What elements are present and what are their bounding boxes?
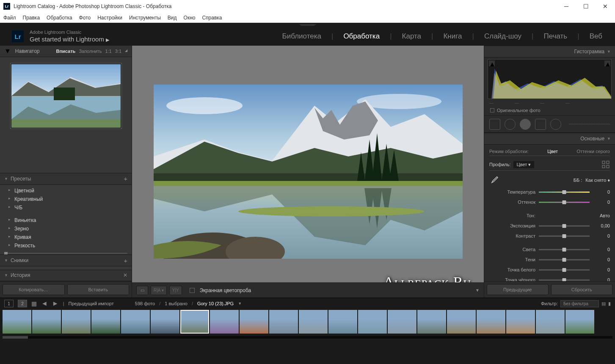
- eyedropper-icon[interactable]: [489, 175, 499, 185]
- menu-edit[interactable]: Правка: [23, 15, 40, 21]
- zoom-fit[interactable]: Вписать: [56, 49, 76, 54]
- module-map[interactable]: Карта: [401, 32, 422, 41]
- exposure-value[interactable]: 0,00: [593, 223, 610, 228]
- highlight-clip-icon[interactable]: ▲: [604, 60, 610, 66]
- window-maximize-button[interactable]: ☐: [576, 0, 596, 13]
- original-checkbox[interactable]: [490, 108, 494, 112]
- crop-tool-icon[interactable]: [489, 119, 500, 130]
- filmstrip-thumb[interactable]: 7: [180, 310, 209, 334]
- top-panel-grip[interactable]: [0, 23, 615, 27]
- menu-photo[interactable]: Фото: [79, 15, 91, 21]
- temp-slider[interactable]: [539, 192, 590, 193]
- menu-settings[interactable]: Настройки: [97, 15, 122, 21]
- softproof-checkbox[interactable]: [190, 288, 195, 293]
- preset-folder[interactable]: Цветной: [0, 186, 132, 195]
- filmstrip-thumb[interactable]: 17: [477, 310, 505, 334]
- filmstrip-thumb[interactable]: 5: [121, 310, 150, 334]
- shadows-value[interactable]: 0: [593, 257, 610, 262]
- filmstrip-thumb[interactable]: 3: [62, 310, 91, 334]
- profile-browser-icon[interactable]: [601, 160, 610, 169]
- spot-tool-icon[interactable]: [505, 119, 516, 130]
- clear-history-icon[interactable]: ✕: [123, 272, 127, 278]
- histogram-graph[interactable]: ▲ ▲: [488, 59, 612, 99]
- filmstrip-thumb[interactable]: 16: [447, 310, 476, 334]
- treatment-bw[interactable]: Оттенки серого: [577, 149, 610, 154]
- filmstrip-thumb[interactable]: 19: [536, 310, 565, 334]
- filmstrip-thumb[interactable]: 10: [269, 310, 298, 334]
- source-label[interactable]: Предыдущий импорт: [69, 301, 114, 306]
- filmstrip-thumb[interactable]: 6: [151, 310, 179, 334]
- preset-folder[interactable]: Резкость: [0, 241, 132, 250]
- mask-amount-slider[interactable]: [569, 124, 610, 124]
- primary-display-button[interactable]: 1: [4, 300, 14, 307]
- navigator-preview[interactable]: [0, 57, 132, 173]
- wb-dropdown[interactable]: Как снято ♦: [585, 178, 610, 183]
- preset-folder[interactable]: Креативный: [0, 195, 132, 203]
- previous-button[interactable]: Предыдущие: [487, 284, 549, 295]
- menu-window[interactable]: Окно: [184, 15, 196, 21]
- filmstrip-thumbnails[interactable]: 1234567891011121314151617181920: [0, 309, 615, 336]
- paste-settings-button[interactable]: Вставить: [67, 284, 130, 295]
- menu-view[interactable]: Вид: [168, 15, 177, 21]
- before-after-button[interactable]: R|A ▾: [151, 286, 167, 295]
- zoom-3to1[interactable]: 3:1: [115, 49, 121, 54]
- preset-folder[interactable]: Зерно: [0, 224, 132, 233]
- window-minimize-button[interactable]: ─: [557, 0, 576, 13]
- filmstrip-thumb[interactable]: 12: [328, 310, 357, 334]
- filmstrip-thumb[interactable]: 1: [3, 310, 31, 334]
- filmstrip-thumb[interactable]: 14: [388, 310, 416, 334]
- blacks-slider[interactable]: [539, 279, 590, 281]
- zoom-1to1[interactable]: 1:1: [105, 49, 111, 54]
- menu-help[interactable]: Справка: [202, 15, 222, 21]
- filmstrip-thumb[interactable]: 8: [210, 310, 239, 334]
- blacks-value[interactable]: 0: [593, 277, 610, 281]
- window-close-button[interactable]: ✕: [596, 0, 615, 13]
- preset-folder[interactable]: Виньетка: [0, 216, 132, 224]
- temp-value[interactable]: 0: [593, 189, 610, 194]
- navigator-header[interactable]: ▼ Навигатор Вписать Заполнить 1:1 3:1 ◢: [0, 46, 132, 57]
- filmstrip-thumb[interactable]: 2: [32, 310, 61, 334]
- module-develop[interactable]: Обработка: [342, 32, 381, 41]
- module-book[interactable]: Книга: [442, 32, 463, 41]
- zoom-fill[interactable]: Заполнить: [79, 49, 102, 54]
- contrast-value[interactable]: 0: [593, 233, 610, 238]
- presets-header[interactable]: ▼ Пресеты +: [0, 173, 132, 184]
- module-slideshow[interactable]: Слайд-шоу: [483, 32, 522, 41]
- whites-slider[interactable]: [539, 269, 590, 271]
- tint-value[interactable]: 0: [593, 200, 610, 205]
- grid-view-icon[interactable]: ▦: [31, 300, 37, 307]
- filmstrip-thumb[interactable]: 11: [299, 310, 328, 334]
- zoom-more-icon[interactable]: ◢: [125, 49, 127, 54]
- filmstrip-scrollbar[interactable]: [3, 336, 612, 339]
- secondary-display-button[interactable]: 2: [18, 300, 27, 307]
- filmstrip-thumb[interactable]: 9: [240, 310, 268, 334]
- basic-header[interactable]: Основные ▼: [484, 133, 615, 145]
- snapshots-header[interactable]: ▼ Снимки +: [0, 255, 132, 266]
- loupe-view[interactable]: Allrepack.Ru ▭ R|A ▾ Y|Y Экранная цветоп…: [132, 46, 484, 298]
- redeye-tool-icon[interactable]: [520, 119, 531, 130]
- whites-value[interactable]: 0: [593, 267, 610, 272]
- filter-dropdown[interactable]: Без фильтра: [560, 300, 599, 307]
- reset-button[interactable]: Сбросить: [551, 284, 613, 295]
- exposure-slider[interactable]: [539, 225, 590, 227]
- add-snapshot-icon[interactable]: +: [124, 257, 127, 264]
- filmstrip-thumb[interactable]: 13: [358, 310, 387, 334]
- module-print[interactable]: Печать: [543, 32, 568, 41]
- contrast-slider[interactable]: [539, 235, 590, 237]
- filmstrip-thumb[interactable]: 4: [91, 310, 120, 334]
- filmstrip-thumb[interactable]: 20: [565, 310, 594, 334]
- treatment-color[interactable]: Цвет: [547, 149, 558, 154]
- shadows-slider[interactable]: [539, 259, 590, 260]
- nav-back-icon[interactable]: ◄: [41, 300, 48, 307]
- original-photo-row[interactable]: Оригинальное фото: [484, 105, 615, 116]
- history-header[interactable]: ▼ История ✕: [0, 270, 132, 281]
- current-filename[interactable]: Gory 10 (23).JPG: [197, 301, 234, 306]
- preset-folder[interactable]: Кривая: [0, 233, 132, 241]
- preset-amount-slider[interactable]: [0, 252, 132, 255]
- radial-tool-icon[interactable]: [550, 119, 561, 130]
- loupe-view-button[interactable]: ▭: [136, 286, 148, 295]
- shadow-clip-icon[interactable]: ▲: [489, 60, 495, 66]
- highlights-slider[interactable]: [539, 249, 590, 250]
- filmstrip-thumb[interactable]: 18: [506, 310, 535, 334]
- filmstrip-thumb[interactable]: 15: [417, 310, 446, 334]
